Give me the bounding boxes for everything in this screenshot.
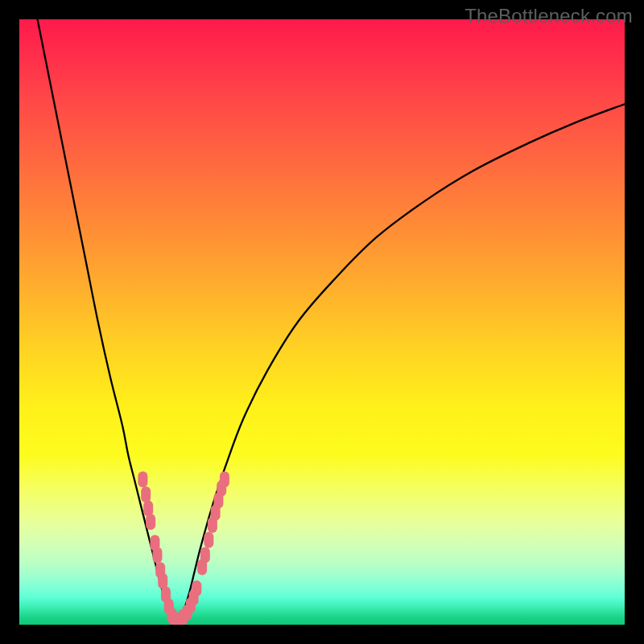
watermark-text: TheBottleneck.com	[464, 5, 633, 27]
marker-group	[138, 472, 229, 625]
data-marker	[146, 514, 155, 530]
data-marker	[141, 486, 151, 502]
data-marker	[200, 547, 210, 564]
chart-svg	[19, 19, 625, 625]
data-marker	[152, 547, 162, 564]
data-marker	[220, 472, 229, 488]
curve-right	[175, 104, 625, 621]
curve-left	[38, 19, 175, 621]
data-marker	[138, 472, 147, 488]
data-marker	[204, 532, 213, 548]
plot-area	[19, 19, 625, 625]
data-marker	[192, 580, 201, 597]
chart-frame: TheBottleneck.com	[0, 0, 644, 644]
